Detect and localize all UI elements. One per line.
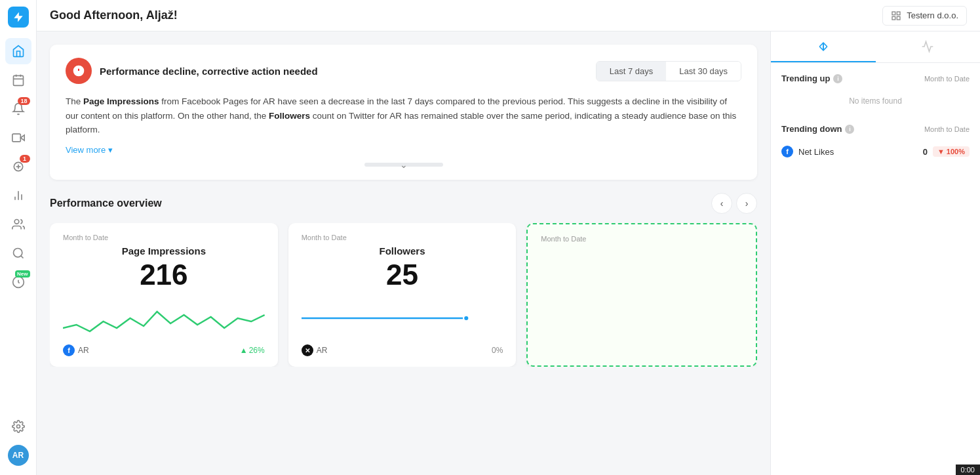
trending-metric-name: Net Likes: [798, 147, 834, 157]
alert-card: Performance decline, corrective action n…: [50, 45, 757, 180]
svg-point-25: [464, 316, 468, 320]
twitter-icon: ✕: [302, 344, 313, 356]
sidebar-item-analytics[interactable]: [5, 182, 31, 209]
content-area: Performance decline, corrective action n…: [37, 31, 980, 475]
collapse-bar[interactable]: [364, 163, 443, 167]
facebook-icon: f: [63, 344, 75, 356]
chart-impressions: [63, 299, 265, 338]
trending-up-header: Trending up i Month to Date: [781, 73, 970, 83]
cards-row: Month to Date Page Impressions 216 f AR: [50, 223, 757, 367]
trending-down-row: f Net Likes 0 ▼ 100%: [781, 142, 970, 161]
platform-badge-followers: ✕ AR: [302, 344, 328, 356]
no-items-text: No items found: [781, 91, 970, 111]
trending-metric-netlikes: f Net Likes: [781, 146, 834, 157]
trending-up-title: Trending up i: [781, 73, 842, 83]
alert-header: Performance decline, corrective action n…: [66, 58, 741, 84]
metric-card-impressions: Month to Date Page Impressions 216 f AR: [50, 223, 278, 367]
sidebar-item-video[interactable]: [5, 125, 31, 151]
metric-value-impressions: 216: [63, 259, 265, 291]
alert-icon: [66, 58, 92, 84]
nav-arrows: ‹ ›: [711, 193, 757, 214]
next-arrow[interactable]: ›: [736, 193, 757, 214]
workspace-icon: [891, 10, 901, 21]
right-tab-sort[interactable]: [771, 31, 876, 62]
trending-value: 0: [923, 147, 928, 157]
sidebar-bottom: AR: [5, 413, 31, 468]
metric-name-followers: Followers: [302, 245, 503, 257]
svg-rect-5: [12, 134, 20, 142]
alert-metric1: Page Impressions: [83, 96, 159, 106]
metric-card-followers: Month to Date Followers 25 ✕: [288, 223, 517, 367]
chevron-down-icon: ▾: [108, 145, 113, 155]
metric-period-empty: Month to Date: [541, 235, 743, 243]
svg-line-14: [20, 256, 23, 258]
trending-up-section: Trending up i Month to Date No items fou…: [781, 73, 970, 111]
date-tab-30days[interactable]: Last 30 days: [666, 62, 741, 81]
trending-facebook-icon: f: [781, 146, 793, 157]
sidebar-item-settings[interactable]: [5, 413, 31, 440]
app-logo[interactable]: [8, 7, 29, 28]
right-panel: Trending up i Month to Date No items fou…: [770, 31, 980, 475]
page-title: Good Afternoon, Aljaž!: [50, 9, 882, 22]
trending-up-date: Month to Date: [924, 75, 970, 83]
section-header: Performance overview ‹ ›: [50, 193, 757, 214]
main-wrapper: Good Afternoon, Aljaž! Testern d.o.o.: [37, 0, 980, 475]
sidebar-item-audience[interactable]: [5, 211, 31, 238]
svg-marker-4: [20, 135, 24, 140]
card-footer-followers: ✕ AR 0%: [302, 344, 503, 356]
date-tabs: Last 7 days Last 30 days: [596, 61, 741, 81]
section-title: Performance overview: [50, 197, 162, 209]
platform-name-followers: AR: [317, 346, 328, 355]
notifications-badge: 18: [18, 97, 29, 105]
right-tab-pulse[interactable]: [876, 31, 981, 62]
alert-body: The Page Impressions from Facebook Pages…: [66, 94, 741, 137]
sidebar-item-calendar[interactable]: [5, 67, 31, 93]
performance-section: Performance overview ‹ › Month to Date P…: [50, 193, 757, 367]
change-impressions: ▲ 26%: [240, 346, 265, 355]
status-bar: 0:00: [956, 465, 980, 475]
status-time: 0:00: [961, 466, 975, 474]
right-panel-tabs: [771, 31, 980, 63]
card-footer-impressions: f AR ▲ 26%: [63, 344, 265, 356]
trending-down-date: Month to Date: [924, 125, 970, 133]
sidebar-item-notifications[interactable]: 18: [5, 96, 31, 122]
prev-arrow[interactable]: ‹: [711, 193, 732, 214]
platform-badge-impressions: f AR: [63, 344, 89, 356]
metric-period-impressions: Month to Date: [63, 234, 265, 241]
date-tab-7days[interactable]: Last 7 days: [597, 62, 667, 81]
alert-title-row: Performance decline, corrective action n…: [66, 58, 318, 84]
metric-period-followers: Month to Date: [302, 234, 503, 241]
sidebar-item-search[interactable]: [5, 240, 31, 266]
right-panel-content: Trending up i Month to Date No items fou…: [771, 63, 980, 475]
avatar: AR: [8, 445, 29, 466]
alert-metric2: Followers: [269, 111, 310, 121]
new-badge: New: [15, 270, 29, 278]
svg-point-12: [14, 220, 19, 224]
trending-down-header: Trending down i Month to Date: [781, 124, 970, 134]
chart-followers: [302, 299, 503, 338]
alert-title: Performance decline, corrective action n…: [100, 66, 318, 77]
metric-card-empty: Month to Date: [526, 223, 757, 367]
sidebar-item-new-feature[interactable]: New: [5, 269, 31, 295]
svg-rect-19: [897, 16, 901, 20]
sidebar-item-home[interactable]: [5, 38, 31, 64]
trending-down-section: Trending down i Month to Date f Net Like…: [781, 124, 970, 161]
collapse-button[interactable]: [66, 163, 741, 167]
svg-rect-17: [892, 12, 895, 15]
sidebar-item-coins[interactable]: 1: [5, 154, 31, 180]
change-down-badge: ▼ 100%: [933, 146, 970, 157]
workspace-button[interactable]: Testern d.o.o.: [882, 6, 967, 26]
view-more-link[interactable]: View more ▾: [66, 145, 741, 155]
metric-name-impressions: Page Impressions: [63, 245, 265, 257]
svg-rect-18: [897, 12, 901, 15]
coins-badge: 1: [20, 155, 30, 163]
trending-value-row: 0 ▼ 100%: [923, 146, 970, 157]
trending-up-info-icon: i: [833, 74, 842, 83]
trending-down-info-icon: i: [845, 125, 854, 134]
svg-point-23: [78, 73, 79, 74]
main-content: Performance decline, corrective action n…: [37, 31, 770, 475]
trending-down-title: Trending down i: [781, 124, 854, 134]
svg-point-16: [16, 425, 20, 428]
sidebar: 18 1: [0, 0, 37, 475]
sidebar-item-avatar[interactable]: AR: [5, 442, 31, 468]
